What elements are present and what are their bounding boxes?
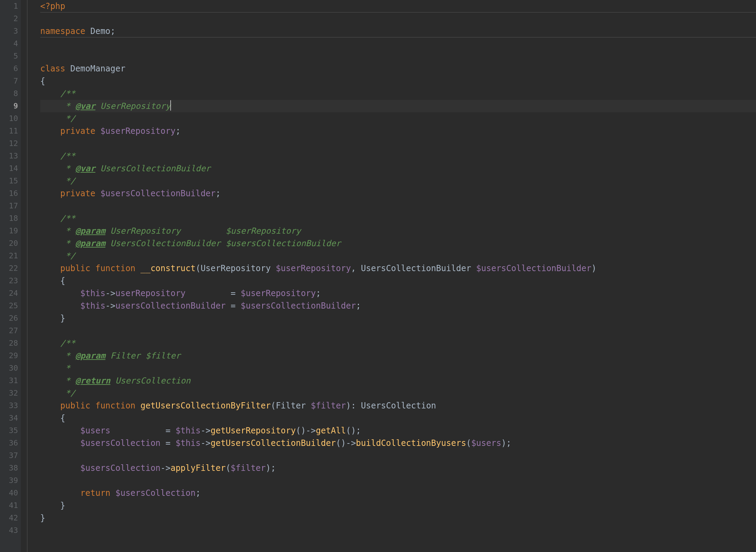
- code-line[interactable]: /**: [40, 87, 756, 100]
- line-number[interactable]: 22: [0, 262, 18, 275]
- line-number[interactable]: 26: [0, 312, 18, 325]
- code-line[interactable]: [40, 474, 756, 487]
- line-number[interactable]: 3: [0, 25, 18, 37]
- arrow: ->: [200, 426, 211, 435]
- line-number[interactable]: 23: [0, 275, 18, 287]
- punct: (: [466, 438, 471, 448]
- code-line-current[interactable]: * @var UserRepository: [40, 100, 756, 112]
- code-line[interactable]: * @return UsersCollection: [40, 374, 756, 387]
- line-number[interactable]: 32: [0, 387, 18, 399]
- line-number[interactable]: 30: [0, 362, 18, 374]
- line-number[interactable]: 21: [0, 250, 18, 262]
- line-number[interactable]: 39: [0, 474, 18, 487]
- code-line[interactable]: {: [40, 75, 756, 87]
- doc-star: *: [40, 376, 75, 386]
- code-line[interactable]: */: [40, 175, 756, 187]
- code-line[interactable]: [40, 137, 756, 150]
- code-line[interactable]: */: [40, 112, 756, 125]
- code-line[interactable]: [40, 449, 756, 462]
- code-line[interactable]: <?php: [40, 0, 756, 12]
- keyword-public: public: [40, 264, 91, 273]
- code-line[interactable]: public function __construct(UserReposito…: [40, 262, 756, 275]
- doc-tag-return: @return: [75, 376, 110, 386]
- line-number-current[interactable]: 9: [0, 100, 18, 112]
- line-number[interactable]: 25: [0, 300, 18, 312]
- code-line[interactable]: $usersCollection->applyFilter($filter);: [40, 462, 756, 474]
- local-var: $usersCollection: [40, 463, 161, 473]
- line-number[interactable]: 5: [0, 50, 18, 62]
- line-number[interactable]: 12: [0, 137, 18, 150]
- line-number[interactable]: 8: [0, 87, 18, 100]
- code-line[interactable]: */: [40, 250, 756, 262]
- line-number[interactable]: 17: [0, 200, 18, 212]
- code-line[interactable]: private $userRepository;: [40, 125, 756, 137]
- code-line[interactable]: }: [40, 499, 756, 512]
- line-number[interactable]: 35: [0, 424, 18, 437]
- code-line[interactable]: * @var UsersCollectionBuilder: [40, 162, 756, 175]
- code-line[interactable]: */: [40, 387, 756, 399]
- line-number[interactable]: 40: [0, 487, 18, 499]
- code-line[interactable]: /**: [40, 150, 756, 162]
- doc-type: Filter $filter: [105, 351, 181, 361]
- assign: =: [186, 288, 241, 298]
- keyword-private: private: [40, 126, 95, 136]
- code-line[interactable]: $this->userRepository = $userRepository;: [40, 287, 756, 300]
- code-line[interactable]: [40, 12, 756, 25]
- line-number[interactable]: 7: [0, 75, 18, 87]
- line-number[interactable]: 10: [0, 112, 18, 125]
- code-line[interactable]: public function getUsersCollectionByFilt…: [40, 399, 756, 412]
- code-line[interactable]: class DemoManager: [40, 62, 756, 75]
- code-line[interactable]: $this->usersCollectionBuilder = $usersCo…: [40, 300, 756, 312]
- line-number[interactable]: 2: [0, 12, 18, 25]
- line-number[interactable]: 41: [0, 499, 18, 512]
- code-line[interactable]: namespace Demo;: [40, 25, 756, 37]
- line-number[interactable]: 20: [0, 237, 18, 250]
- line-number[interactable]: 37: [0, 449, 18, 462]
- code-text-area[interactable]: <?php namespace Demo; class DemoManager …: [33, 0, 756, 552]
- line-number[interactable]: 36: [0, 437, 18, 449]
- code-line[interactable]: {: [40, 275, 756, 287]
- line-number[interactable]: 11: [0, 125, 18, 137]
- line-number[interactable]: 31: [0, 374, 18, 387]
- code-line[interactable]: /**: [40, 212, 756, 225]
- code-line[interactable]: *: [40, 362, 756, 374]
- code-line[interactable]: }: [40, 512, 756, 524]
- line-number[interactable]: 34: [0, 412, 18, 424]
- code-line[interactable]: * @param Filter $filter: [40, 350, 756, 362]
- code-line[interactable]: /**: [40, 337, 756, 350]
- code-line[interactable]: }: [40, 312, 756, 325]
- line-number[interactable]: 6: [0, 62, 18, 75]
- code-line[interactable]: [40, 325, 756, 337]
- local-var: $usersCollection: [40, 438, 161, 448]
- method-name: getUsersCollectionByFilter: [136, 401, 271, 411]
- line-number[interactable]: 43: [0, 524, 18, 537]
- code-line[interactable]: private $usersCollectionBuilder;: [40, 187, 756, 200]
- code-line[interactable]: {: [40, 412, 756, 424]
- line-number[interactable]: 42: [0, 512, 18, 524]
- line-number[interactable]: 28: [0, 337, 18, 350]
- code-line[interactable]: * @param UsersCollectionBuilder $usersCo…: [40, 237, 756, 250]
- line-number[interactable]: 1: [0, 0, 18, 12]
- line-number[interactable]: 13: [0, 150, 18, 162]
- line-number[interactable]: 33: [0, 399, 18, 412]
- property-name: $userRepository: [95, 126, 175, 136]
- line-number[interactable]: 18: [0, 212, 18, 225]
- code-line[interactable]: return $usersCollection;: [40, 487, 756, 499]
- line-number[interactable]: 27: [0, 325, 18, 337]
- line-number[interactable]: 14: [0, 162, 18, 175]
- code-line[interactable]: [40, 200, 756, 212]
- line-number[interactable]: 15: [0, 175, 18, 187]
- line-number[interactable]: 38: [0, 462, 18, 474]
- code-line[interactable]: [40, 524, 756, 537]
- line-number[interactable]: 19: [0, 225, 18, 237]
- line-number[interactable]: 29: [0, 350, 18, 362]
- code-line[interactable]: [40, 50, 756, 62]
- code-line[interactable]: [40, 37, 756, 50]
- code-line[interactable]: $users = $this->getUserRepository()->get…: [40, 424, 756, 437]
- code-line[interactable]: * @param UserRepository $userRepository: [40, 225, 756, 237]
- doc-star: *: [40, 363, 70, 373]
- line-number[interactable]: 4: [0, 37, 18, 50]
- line-number[interactable]: 24: [0, 287, 18, 300]
- line-number[interactable]: 16: [0, 187, 18, 200]
- code-line[interactable]: $usersCollection = $this->getUsersCollec…: [40, 437, 756, 449]
